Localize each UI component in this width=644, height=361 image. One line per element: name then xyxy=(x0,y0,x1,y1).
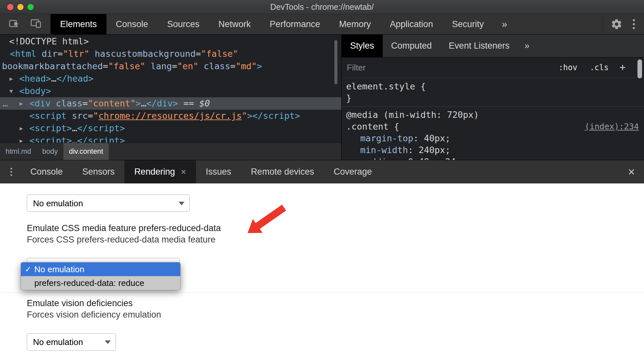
code-token: "false" xyxy=(108,61,145,71)
code-token: = xyxy=(57,49,63,59)
tab-event-listeners[interactable]: Event Listeners xyxy=(440,35,518,57)
code-token: = xyxy=(172,61,177,71)
tab-sources[interactable]: Sources xyxy=(158,14,209,34)
tab-styles[interactable]: Styles xyxy=(342,35,383,57)
titlebar: DevTools - chrome://newtab/ xyxy=(0,0,644,14)
dom-tree-row[interactable]: ▼<body> xyxy=(0,85,341,97)
styles-overflow-chevron-icon[interactable]: » xyxy=(518,35,536,57)
code-token: … xyxy=(72,135,77,143)
code-token: margin-top xyxy=(360,133,413,143)
style-rule-line[interactable]: padding: 0 48px 24px; xyxy=(342,156,644,160)
reduced-data-title: Emulate CSS media feature prefers-reduce… xyxy=(27,223,221,233)
style-rule-line[interactable]: @media (min-width: 720px) xyxy=(342,109,644,121)
code-token: "en" xyxy=(177,61,198,71)
drawer-close-icon[interactable]: × xyxy=(628,166,635,178)
kebab-menu-icon[interactable] xyxy=(633,19,635,29)
checkmark-icon: ✓ xyxy=(25,265,31,274)
elements-panel: <!DOCTYPE html><html dir="ltr" hascustom… xyxy=(0,35,342,160)
stylesheet-source-link[interactable]: (index):234 xyxy=(585,121,639,133)
code-token: > xyxy=(136,98,141,108)
style-rule-line[interactable]: margin-top: 40px; xyxy=(342,133,644,144)
tab-elements[interactable]: Elements xyxy=(51,14,106,34)
code-token: <html xyxy=(10,49,36,59)
breadcrumb-html-md[interactable]: html.md xyxy=(0,143,37,160)
zoom-button[interactable] xyxy=(27,4,34,10)
code-token: : 40px; xyxy=(413,133,451,143)
twisty-icon[interactable]: ▼ xyxy=(9,85,13,97)
emulation-top-select[interactable]: No emulation xyxy=(27,195,190,212)
drawer-tab-remote-devices[interactable]: Remote devices xyxy=(241,160,324,183)
twisty-icon[interactable]: ▶ xyxy=(20,134,23,143)
elements-scrollbar[interactable] xyxy=(334,40,337,84)
devtools-window: DevTools - chrome://newtab/ ElementsCons… xyxy=(0,0,644,361)
code-token: class xyxy=(51,98,83,108)
code-token: : 0 48px 24px; xyxy=(397,157,472,160)
dom-tree-row[interactable]: <script src="chrome://resources/js/cr.js… xyxy=(0,110,341,122)
tab-close-icon[interactable]: × xyxy=(181,167,186,177)
code-token: <script> xyxy=(29,135,72,143)
style-rule-line[interactable]: } xyxy=(342,92,644,104)
drawer-tab-console[interactable]: Console xyxy=(21,160,72,183)
reduced-data-subtitle: Forces CSS prefers-reduced-data media fe… xyxy=(27,235,216,245)
tab-console[interactable]: Console xyxy=(106,14,158,34)
dom-tree-row[interactable]: …▶<div class="content">…</div> == $0 xyxy=(0,97,341,110)
dropdown-option-label: No emulation xyxy=(34,264,84,275)
dom-tree-row[interactable]: <!DOCTYPE html> xyxy=(0,35,341,48)
tab-application[interactable]: Application xyxy=(380,14,443,34)
styles-filter-input[interactable] xyxy=(347,63,552,73)
dom-tree-row[interactable]: <html dir="ltr" hascustombackground="fal… xyxy=(0,48,341,60)
breadcrumb-div-content[interactable]: div.content xyxy=(63,143,109,160)
code-token: " xyxy=(93,111,98,121)
code-token: <script> xyxy=(29,123,72,133)
element-classes-button[interactable]: .cls xyxy=(590,63,609,72)
twisty-icon[interactable]: ▶ xyxy=(9,72,13,85)
dom-tree-row[interactable]: ▶<script>…</script> xyxy=(0,134,341,143)
code-token: = xyxy=(88,111,93,121)
inspect-icon[interactable] xyxy=(8,18,20,31)
dropdown-option[interactable]: ✓No emulation xyxy=(21,262,180,276)
toggle-element-state-button[interactable]: :hov xyxy=(558,63,577,72)
select-chevron-icon xyxy=(105,340,111,344)
window-title: DevTools - chrome://newtab/ xyxy=(270,2,374,12)
styles-filter-row: :hov .cls + xyxy=(342,57,644,78)
twisty-icon[interactable]: ▶ xyxy=(20,97,23,110)
traffic-lights xyxy=(7,0,34,14)
breadcrumb-body[interactable]: body xyxy=(37,143,63,160)
code-token: </head> xyxy=(56,73,94,84)
style-rule-line[interactable]: .content {(index):234 xyxy=(342,121,644,133)
overflow-chevron-icon[interactable]: » xyxy=(493,14,516,34)
tab-performance[interactable]: Performance xyxy=(260,14,330,34)
code-token: @media (min-width: 720px) xyxy=(346,110,479,120)
vision-deficiency-subtitle: Forces vision deficiency emulation xyxy=(27,310,161,320)
styles-scrollbar[interactable] xyxy=(637,59,642,78)
new-style-rule-button[interactable]: + xyxy=(620,61,626,74)
dom-tree-row[interactable]: bookmarkbarattached="false" lang="en" cl… xyxy=(0,60,341,72)
dom-tree-row[interactable]: ▶<script>…</script> xyxy=(0,122,341,134)
tab-memory[interactable]: Memory xyxy=(330,14,380,34)
close-button[interactable] xyxy=(7,4,13,10)
dropdown-option[interactable]: prefers-reduced-data: reduce xyxy=(21,276,180,290)
more-actions-icon[interactable]: … xyxy=(3,97,7,110)
dom-tree-row[interactable]: ▶<head>…</head> xyxy=(0,72,341,85)
drawer-kebab-menu-icon[interactable] xyxy=(10,168,12,176)
twisty-icon[interactable]: ▶ xyxy=(20,122,23,134)
code-token: = xyxy=(196,49,201,59)
drawer-tab-sensors[interactable]: Sensors xyxy=(72,160,124,183)
minimize-button[interactable] xyxy=(17,4,24,10)
rule-divider xyxy=(342,106,644,107)
tab-computed[interactable]: Computed xyxy=(383,35,441,57)
drawer-tab-coverage[interactable]: Coverage xyxy=(324,160,382,183)
tab-network[interactable]: Network xyxy=(209,14,260,34)
drawer-tab-label: Console xyxy=(30,167,63,177)
vision-deficiency-select[interactable]: No emulation xyxy=(27,333,116,351)
style-rule-line[interactable]: element.style { xyxy=(342,81,644,92)
tab-security[interactable]: Security xyxy=(443,14,493,34)
styles-panel: StylesComputedEvent Listeners» :hov .cls… xyxy=(342,35,644,160)
device-toolbar-icon[interactable] xyxy=(30,18,42,31)
section-divider xyxy=(0,292,644,292)
drawer-tab-issues[interactable]: Issues xyxy=(196,160,241,183)
settings-gear-icon[interactable] xyxy=(611,18,622,30)
drawer-tab-rendering[interactable]: Rendering× xyxy=(124,160,196,183)
style-rule-line[interactable]: min-width: 240px; xyxy=(342,144,644,156)
code-token: <div xyxy=(29,98,51,108)
